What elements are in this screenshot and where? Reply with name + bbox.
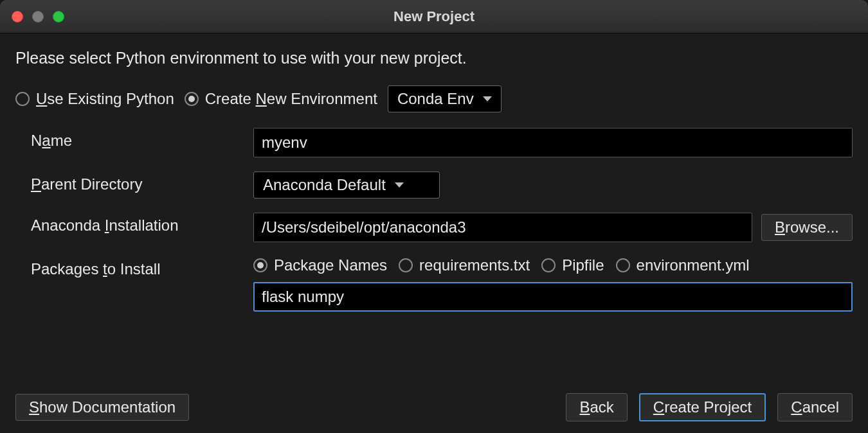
maximize-window-icon[interactable] [53, 11, 64, 22]
package-source-row: Package Names requirements.txt Pipfile e… [253, 256, 853, 274]
packages-to-install-label: Packages to Install [31, 256, 243, 278]
anaconda-installation-input[interactable] [253, 213, 752, 242]
parent-directory-value: Anaconda Default [263, 176, 386, 194]
dialog-footer: Show Documentation Back Create Project C… [15, 382, 853, 421]
show-documentation-button[interactable]: Show Documentation [15, 394, 189, 421]
create-project-button[interactable]: Create Project [639, 393, 766, 421]
use-existing-python-radio[interactable] [15, 92, 30, 106]
create-new-env-radio[interactable] [185, 92, 199, 106]
package-names-label: Package Names [274, 256, 387, 274]
name-label: Name [31, 128, 243, 150]
titlebar: New Project [0, 0, 868, 33]
browse-button[interactable]: Browse... [761, 214, 853, 241]
anaconda-installation-label: Anaconda Installation [31, 213, 243, 234]
back-button[interactable]: Back [566, 393, 627, 421]
dialog-window: New Project Please select Python environ… [0, 0, 868, 433]
parent-directory-dropdown[interactable]: Anaconda Default [253, 172, 440, 199]
pipfile-radio[interactable] [541, 258, 556, 272]
dialog-content: Please select Python environment to use … [0, 33, 868, 433]
env-type-value: Conda Env [397, 90, 474, 108]
packages-input[interactable] [253, 282, 853, 312]
cancel-button[interactable]: Cancel [777, 393, 853, 421]
window-controls [12, 11, 64, 22]
window-title: New Project [0, 8, 868, 25]
use-existing-python-label: Use Existing Python [36, 90, 174, 108]
close-window-icon[interactable] [12, 11, 23, 22]
requirements-txt-radio[interactable] [399, 258, 413, 272]
form-grid: Name Parent Directory Anaconda Default A… [15, 128, 853, 312]
chevron-down-icon [395, 182, 404, 188]
instruction-text: Please select Python environment to use … [15, 49, 853, 67]
pipfile-label: Pipfile [562, 256, 604, 274]
chevron-down-icon [483, 96, 492, 102]
create-new-env-label: Create New Environment [205, 90, 377, 108]
parent-directory-label: Parent Directory [31, 172, 243, 193]
environment-yml-label: environment.yml [637, 256, 750, 274]
name-input[interactable] [253, 128, 853, 157]
package-names-radio[interactable] [253, 258, 267, 272]
environment-yml-radio[interactable] [616, 258, 630, 272]
env-selection-row: Use Existing Python Create New Environme… [15, 85, 853, 112]
requirements-txt-label: requirements.txt [419, 256, 530, 274]
env-type-dropdown[interactable]: Conda Env [388, 85, 502, 112]
minimize-window-icon[interactable] [32, 11, 44, 22]
